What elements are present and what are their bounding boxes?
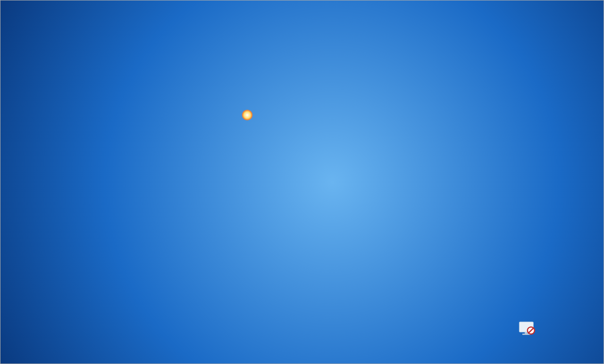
main-content: Změnit vizuální prvky a zvuky v počítači… xyxy=(100,16,604,364)
screensaver-icon xyxy=(518,319,537,338)
settings-bar: Pozadí plochy Harmony Barva oken Obloha xyxy=(100,308,604,364)
desktop-background-button[interactable]: Pozadí plochy Harmony xyxy=(130,318,225,355)
